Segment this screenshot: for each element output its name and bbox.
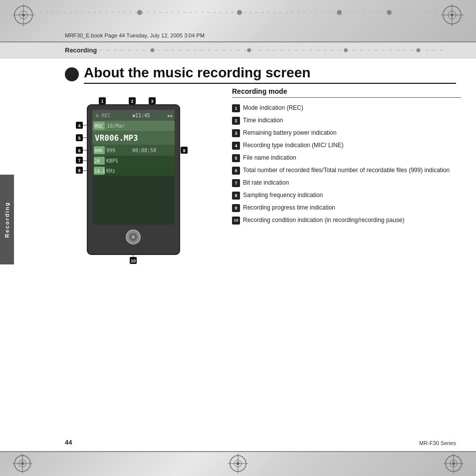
recording-mode-title: Recording mode [232, 87, 461, 98]
svg-point-16 [151, 48, 155, 52]
svg-text:999: 999 [106, 148, 115, 153]
item-num-5: 5 [232, 154, 240, 162]
list-item: 9 Recording progress time indication [232, 204, 461, 212]
item-text-4: Recording type indication (MIC/ LINE) [243, 141, 343, 150]
item-text-2: Time indication [243, 116, 283, 125]
svg-text:28: 28 [94, 159, 100, 164]
item-num-10: 10 [232, 217, 240, 225]
item-num-7: 7 [232, 179, 240, 187]
svg-point-49 [132, 236, 135, 238]
indication-list: 1 Mode indication (REC) 2 Time indicatio… [232, 104, 461, 225]
item-num-4: 4 [232, 142, 240, 150]
svg-point-14 [387, 10, 392, 15]
side-tab: Recording [0, 175, 14, 264]
series-name: MR-F30 Series [419, 440, 456, 446]
svg-point-13 [337, 10, 342, 15]
list-item: 3 Remaining battery power indication [232, 129, 461, 137]
svg-text:5: 5 [78, 136, 80, 141]
svg-text:00:08:58: 00:08:58 [132, 148, 156, 153]
item-num-1: 1 [232, 104, 240, 112]
svg-text:⚙ REC: ⚙ REC [95, 113, 111, 118]
section-band: Recording [0, 42, 476, 58]
corner-deco-br [444, 454, 464, 474]
svg-point-84 [21, 462, 24, 465]
page-title: About the music recording screen [84, 65, 456, 84]
section-band-decoration [0, 42, 476, 58]
svg-rect-46 [92, 176, 175, 225]
svg-text:KBP5: KBP5 [106, 158, 118, 164]
list-item: 1 Mode indication (REC) [232, 104, 461, 112]
svg-text:MIC: MIC [95, 124, 103, 129]
side-tab-label: Recording [4, 202, 10, 238]
svg-point-12 [237, 10, 242, 15]
item-num-3: 3 [232, 129, 240, 137]
page-number: 44 [65, 439, 72, 446]
svg-text:KHz: KHz [106, 168, 115, 174]
list-item: 7 Bit rate indication [232, 179, 461, 187]
item-num-6: 6 [232, 167, 240, 175]
svg-text:▪▪: ▪▪ [167, 113, 173, 118]
list-item: 2 Time indication [232, 116, 461, 125]
svg-point-94 [237, 462, 239, 465]
svg-text:3: 3 [151, 99, 153, 104]
svg-text:10/Mar: 10/Mar [107, 123, 125, 129]
list-item: 5 File name indication [232, 154, 461, 162]
item-text-7: Bit rate indication [243, 179, 289, 187]
svg-point-11 [137, 10, 142, 15]
item-num-2: 2 [232, 117, 240, 125]
svg-text:7: 7 [78, 158, 80, 163]
book-info: MRF30_E.book Page 44 Tuesday, July 12, 2… [65, 32, 205, 38]
list-item: 4 Recording type indication (MIC/ LINE) [232, 141, 461, 150]
svg-text:1: 1 [101, 99, 103, 104]
title-circle [65, 67, 79, 81]
item-text-9: Recording progress time indication [243, 204, 335, 212]
item-num-8: 8 [232, 192, 240, 200]
item-text-6: Total number of recorded files/Total num… [243, 166, 450, 175]
svg-text:2: 2 [131, 99, 133, 104]
svg-text:VR006.MP3: VR006.MP3 [95, 133, 138, 143]
svg-point-19 [416, 48, 420, 52]
svg-text:4: 4 [78, 123, 80, 128]
svg-text:✱11:45: ✱11:45 [132, 113, 150, 118]
item-text-1: Mode indication (REC) [243, 104, 303, 112]
corner-deco-tl [12, 4, 35, 26]
item-text-5: File name indication [243, 154, 296, 162]
svg-point-17 [247, 48, 251, 52]
item-num-9: 9 [232, 204, 240, 212]
list-item: 6 Total number of recorded files/Total n… [232, 166, 461, 175]
page-title-area: About the music recording screen [65, 65, 456, 84]
svg-text:906: 906 [94, 148, 102, 153]
svg-text:9: 9 [183, 148, 185, 153]
item-text-10: Recording condition indication (in recor… [243, 216, 405, 225]
list-item: 10 Recording condition indication (in re… [232, 216, 461, 225]
item-text-8: Sampling frequency indication [243, 191, 323, 200]
svg-text:8: 8 [78, 168, 80, 173]
item-text-3: Remaining battery power indication [243, 129, 336, 137]
svg-point-89 [452, 462, 455, 465]
svg-point-9 [451, 13, 454, 16]
corner-deco-bl [12, 454, 32, 474]
right-content: Recording mode 1 Mode indication (REC) 2… [232, 87, 461, 229]
corner-deco-bc [228, 454, 248, 474]
header-decoration [40, 5, 439, 20]
corner-deco-tr [441, 4, 464, 26]
svg-text:10: 10 [131, 258, 136, 263]
svg-text:14.1: 14.1 [94, 169, 105, 174]
svg-point-18 [344, 48, 348, 52]
device-diagram: ⚙ REC ✱11:45 ▪▪ MIC 10/Mar VR006.MP3 906… [55, 87, 225, 297]
list-item: 8 Sampling frequency indication [232, 191, 461, 200]
svg-point-4 [22, 13, 25, 16]
bottom-bar [0, 451, 476, 476]
svg-text:6: 6 [78, 148, 80, 153]
